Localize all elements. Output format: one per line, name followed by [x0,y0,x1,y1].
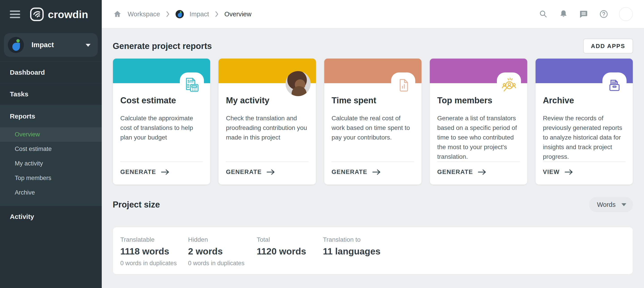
svg-text:$: $ [188,79,190,84]
generate-link[interactable]: GENERATE [437,162,486,184]
card-description: Generate a list of translators based on … [437,113,520,162]
crowdin-logo-text: crowdin [48,8,88,20]
card-description: Review the records of previously generat… [543,113,626,162]
app-root: crowdin Impact Dashboard Tasks Reports O… [0,0,644,288]
invoice-calculator-icon: $ [180,72,204,98]
stat-translation-to: Translation to 11 languages [323,236,633,274]
chevron-right-icon [215,11,219,17]
card-description: Calculate the real cost of work based on… [332,113,414,142]
breadcrumb-project-avatar [176,10,184,18]
report-card-archive[interactable]: Archive Review the records of previously… [535,58,633,185]
sidebar-subitem-my-activity[interactable]: My activity [0,156,102,171]
sidebar-subitem-overview[interactable]: Overview [0,127,102,142]
sidebar-subitem-archive[interactable]: Archive [0,185,102,200]
main-area: Workspace Impact Overview [102,0,644,288]
sidebar-item-reports[interactable]: Reports [0,105,102,127]
topbar: Workspace Impact Overview [102,0,644,28]
hamburger-menu-icon[interactable] [10,10,20,18]
arrow-right-icon [161,169,169,175]
report-cards-row: $ Cost estimate Calculate the approximat… [113,58,633,185]
messages-icon[interactable] [579,9,588,19]
report-card-time-spent[interactable]: Time spent Calculate the real cost of wo… [324,58,422,185]
card-footer: GENERATE [332,162,414,184]
sidebar-header: crowdin [0,0,102,28]
topbar-actions [538,7,633,21]
stat-translatable: Translatable 1118 words 0 words in dupli… [120,236,188,274]
card-footer: GENERATE [226,162,308,184]
notifications-bell-icon[interactable] [558,9,568,19]
card-footer: VIEW [543,162,626,184]
breadcrumb-project[interactable]: Impact [190,10,209,18]
stat-total: Total 1120 words [257,236,323,274]
card-description: Calculate the approximate cost of transl… [120,113,203,142]
unit-selector-dropdown[interactable]: Words [589,197,633,212]
sidebar-subitem-top-members[interactable]: Top members [0,171,102,185]
project-size-stats-panel: Translatable 1118 words 0 words in dupli… [113,227,633,274]
page-title: Generate project reports [113,41,212,51]
breadcrumb-current-page: Overview [224,10,252,18]
report-card-top-members[interactable]: Top members Generate a list of translato… [430,58,527,185]
crowdin-logo-icon [30,7,44,22]
breadcrumb: Workspace Impact Overview [113,10,251,18]
chevron-right-icon [166,11,170,17]
reports-section-head: Generate project reports ADD APPS [113,39,633,54]
generate-link[interactable]: GENERATE [120,162,169,184]
user-photo [286,71,310,96]
arrow-right-icon [564,169,573,175]
card-description: Check the translation and proofreading c… [226,113,308,142]
arrow-right-icon [478,169,486,175]
arrow-right-icon [266,169,275,175]
archive-box-icon [602,72,626,98]
sidebar-item-activity[interactable]: Activity [0,206,102,228]
add-apps-button[interactable]: ADD APPS [583,39,633,54]
home-icon[interactable] [113,10,122,18]
chevron-down-icon [86,44,90,47]
crowdin-logo[interactable]: crowdin [30,7,88,22]
project-name: Impact [32,41,54,49]
stat-hidden: Hidden 2 words 0 words in duplicates [188,236,257,274]
card-footer: GENERATE [120,162,203,184]
generate-link[interactable]: GENERATE [332,162,380,184]
report-card-my-activity[interactable]: My activity Check the translation and pr… [218,58,316,185]
search-icon[interactable] [538,9,548,19]
project-avatar [8,37,24,53]
chevron-down-icon [622,203,626,206]
sidebar-subitem-cost-estimate[interactable]: Cost estimate [0,142,102,156]
card-footer: GENERATE [437,162,520,184]
sidebar-item-dashboard[interactable]: Dashboard [0,62,102,83]
document-chart-icon [391,72,415,98]
help-icon[interactable] [599,9,609,19]
project-size-title: Project size [113,200,160,210]
sidebar-reports-section: Reports Overview Cost estimate My activi… [0,105,102,206]
project-selector[interactable]: Impact [4,33,98,57]
report-card-cost-estimate[interactable]: $ Cost estimate Calculate the approximat… [113,58,210,185]
members-search-icon [497,72,521,98]
sidebar-item-tasks[interactable]: Tasks [0,83,102,105]
generate-link[interactable]: GENERATE [226,162,275,184]
sidebar: crowdin Impact Dashboard Tasks Reports O… [0,0,102,288]
content: Generate project reports ADD APPS $ [102,28,644,288]
user-avatar[interactable] [619,7,633,21]
breadcrumb-workspace[interactable]: Workspace [128,10,160,18]
project-size-head: Project size Words [113,197,633,212]
sidebar-nav: Dashboard Tasks Reports Overview Cost es… [0,62,102,228]
view-link[interactable]: VIEW [543,162,573,184]
card-title: My activity [226,96,308,105]
arrow-right-icon [372,169,380,175]
